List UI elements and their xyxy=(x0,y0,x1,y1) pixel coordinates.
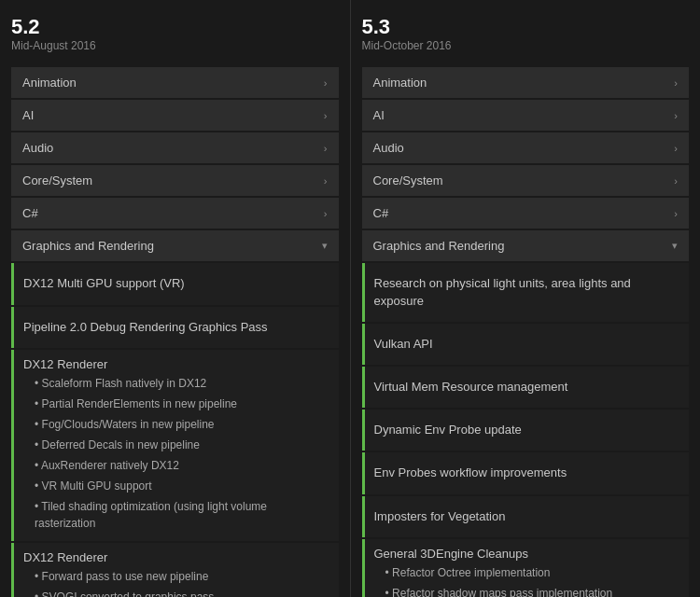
right-item-vulkan: Vulkan API xyxy=(362,324,690,365)
right-category-audio[interactable]: Audio › xyxy=(362,132,690,163)
left-expanded-item-4: DX12 Renderer Forward pass to use new pi… xyxy=(11,543,339,597)
right-version-title: 5.3 xyxy=(362,15,690,39)
list-item: Forward pass to use new pipeline xyxy=(35,566,329,587)
chevron-right-icon: › xyxy=(324,77,328,89)
right-category-graphics-label: Graphics and Rendering xyxy=(373,239,505,253)
left-expanded-item-2: Pipeline 2.0 Debug Rendering Graphics Pa… xyxy=(11,307,339,348)
left-version-title: 5.2 xyxy=(11,15,339,39)
left-category-animation-label: Animation xyxy=(22,76,77,90)
chevron-right-icon: › xyxy=(674,208,678,219)
right-category-audio-label: Audio xyxy=(373,141,404,155)
right-item-dynamic-env: Dynamic Env Probe update xyxy=(362,410,690,451)
left-item-dx12-gpu: DX12 Multi GPU support (VR) xyxy=(23,271,329,297)
right-item-physical-light: Research on physical light units, area l… xyxy=(362,263,690,321)
left-category-ai-label: AI xyxy=(22,108,34,122)
left-dx12-renderer-list-1: Scaleform Flash natively in DX12 Partial… xyxy=(23,373,329,534)
chevron-down-icon: ▾ xyxy=(672,240,678,252)
right-category-core[interactable]: Core/System › xyxy=(362,165,690,196)
left-category-graphics[interactable]: Graphics and Rendering ▾ xyxy=(11,230,339,261)
chevron-right-icon: › xyxy=(324,143,328,154)
list-item: Refactor shadow maps pass implementation xyxy=(385,583,680,597)
left-version-date: Mid-August 2016 xyxy=(11,39,339,52)
left-category-csharp-label: C# xyxy=(22,206,38,220)
left-dx12-renderer-title-1: DX12 Renderer xyxy=(23,357,329,371)
chevron-right-icon: › xyxy=(674,143,678,154)
left-category-core[interactable]: Core/System › xyxy=(11,165,339,196)
list-item: Partial RenderElements in new pipeline xyxy=(35,394,329,414)
right-version-date: Mid-October 2016 xyxy=(362,39,690,52)
list-item: VR Multi GPU support xyxy=(35,476,329,496)
left-category-ai[interactable]: AI › xyxy=(11,100,339,131)
chevron-right-icon: › xyxy=(674,175,678,187)
chevron-right-icon: › xyxy=(674,110,678,121)
left-expanded-item-3: DX12 Renderer Scaleform Flash natively i… xyxy=(11,350,339,541)
left-category-audio-label: Audio xyxy=(22,141,53,155)
right-item-3dengine: General 3DEngine Cleanups Refactor Octre… xyxy=(362,539,690,597)
list-item: Tiled shading optimization (using light … xyxy=(35,496,329,534)
left-item-pipeline-debug: Pipeline 2.0 Debug Rendering Graphics Pa… xyxy=(23,314,329,340)
right-item-imposters: Imposters for Vegetation xyxy=(362,496,690,537)
list-item: Fog/Clouds/Waters in new pipeline xyxy=(35,414,329,435)
left-category-audio[interactable]: Audio › xyxy=(11,132,339,163)
right-3dengine-title: General 3DEngine Cleanups xyxy=(374,547,680,561)
right-category-ai[interactable]: AI › xyxy=(362,100,690,131)
chevron-right-icon: › xyxy=(324,110,328,121)
right-category-core-label: Core/System xyxy=(373,174,443,187)
list-item: Deferred Decals in new pipeline xyxy=(35,435,329,455)
list-item: Refactor Octree implementation xyxy=(385,562,680,583)
chevron-right-icon: › xyxy=(324,208,328,219)
chevron-right-icon: › xyxy=(324,175,328,187)
right-category-csharp-label: C# xyxy=(373,206,389,220)
left-category-graphics-label: Graphics and Rendering xyxy=(22,239,154,253)
left-dx12-renderer-title-2: DX12 Renderer xyxy=(23,550,329,564)
left-column: 5.2 Mid-August 2016 Animation › AI › Aud… xyxy=(0,0,350,597)
right-category-animation[interactable]: Animation › xyxy=(362,67,690,98)
left-dx12-renderer-list-2: Forward pass to use new pipeline SVOGI c… xyxy=(23,566,329,597)
right-column: 5.3 Mid-October 2016 Animation › AI › Au… xyxy=(351,0,701,597)
right-category-animation-label: Animation xyxy=(373,76,427,90)
list-item: AuxRenderer natively DX12 xyxy=(35,455,329,476)
list-item: SVOGI converted to graphics pass xyxy=(35,587,329,597)
list-item: Scaleform Flash natively in DX12 xyxy=(35,373,329,394)
right-item-virtual-mem: Virtual Mem Resource management xyxy=(362,367,690,408)
left-expanded-item-1: DX12 Multi GPU support (VR) xyxy=(11,263,339,304)
right-category-ai-label: AI xyxy=(373,108,385,122)
chevron-down-icon: ▾ xyxy=(322,240,328,252)
right-item-env-probes: Env Probes workflow improvements xyxy=(362,452,690,493)
right-category-csharp[interactable]: C# › xyxy=(362,198,690,229)
left-category-csharp[interactable]: C# › xyxy=(11,198,339,229)
chevron-right-icon: › xyxy=(674,77,678,89)
right-category-graphics[interactable]: Graphics and Rendering ▾ xyxy=(362,230,690,261)
left-category-animation[interactable]: Animation › xyxy=(11,67,339,98)
left-category-core-label: Core/System xyxy=(22,174,92,187)
right-3dengine-list: Refactor Octree implementation Refactor … xyxy=(374,562,680,597)
